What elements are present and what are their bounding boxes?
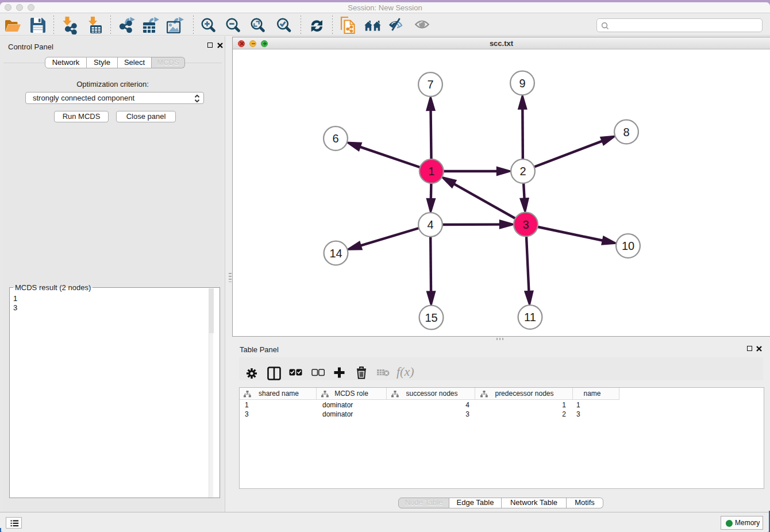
svg-text:11: 11	[524, 311, 536, 323]
svg-text:1: 1	[428, 165, 434, 178]
svg-text:9: 9	[519, 77, 525, 90]
svg-text:10: 10	[622, 240, 634, 252]
svg-text:4: 4	[427, 218, 433, 231]
svg-text:14: 14	[329, 247, 342, 260]
svg-text:6: 6	[332, 132, 338, 145]
svg-text:8: 8	[623, 126, 629, 138]
svg-text:7: 7	[427, 78, 433, 91]
svg-text:2: 2	[519, 165, 526, 178]
svg-text:3: 3	[522, 218, 529, 231]
svg-text:15: 15	[425, 311, 437, 324]
